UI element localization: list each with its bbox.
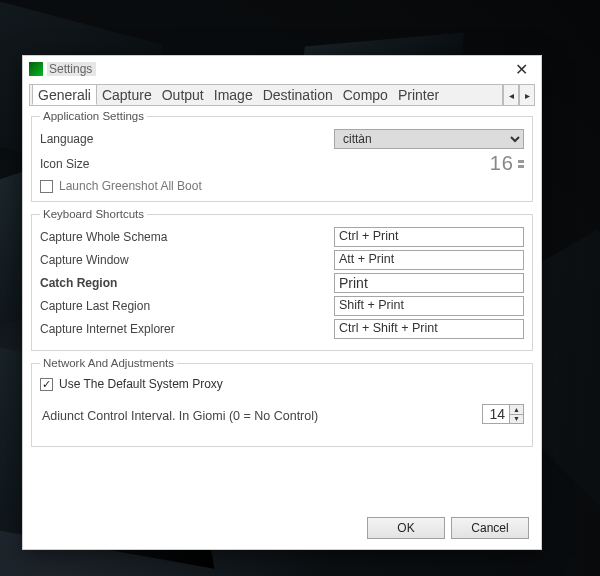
shortcut-input-whole[interactable]: Ctrl + Print — [334, 227, 524, 247]
icon-size-value: 16 — [490, 152, 514, 175]
app-icon — [29, 62, 43, 76]
desktop-background: Settings ✕ Generali Capture Output Image… — [0, 0, 600, 576]
tabs: Generali Capture Output Image Destinatio… — [29, 84, 535, 106]
shortcut-label: Capture Whole Schema — [40, 230, 210, 244]
shortcut-input-region[interactable]: Print — [334, 273, 524, 293]
titlebar: Settings ✕ — [23, 56, 541, 82]
shortcut-input-ie[interactable]: Ctrl + Shift + Print — [334, 319, 524, 339]
language-label: Language — [40, 132, 210, 146]
shortcut-label: Capture Internet Explorer — [40, 322, 210, 336]
icon-size-spinner[interactable] — [518, 160, 524, 168]
shortcut-input-window[interactable]: Att + Print — [334, 250, 524, 270]
application-settings-legend: Application Settings — [40, 110, 147, 122]
tab-strip: Generali Capture Output Image Destinatio… — [29, 84, 503, 106]
spinner-down-icon[interactable]: ▼ — [510, 415, 523, 424]
interval-spinner[interactable]: 14 ▲ ▼ — [482, 404, 524, 424]
tab-content: Application Settings Language cittàn Ico… — [23, 106, 541, 509]
close-icon: ✕ — [515, 60, 528, 79]
interval-value: 14 — [483, 405, 509, 423]
interval-label: Adiunct Control Interval. In Giomi (0 = … — [42, 409, 480, 423]
tab-scroll-left[interactable]: ◂ — [503, 84, 519, 106]
keyboard-shortcuts-legend: Keyboard Shortcuts — [40, 208, 147, 220]
tab-printer[interactable]: Printer — [393, 85, 444, 105]
tab-destination[interactable]: Destination — [258, 85, 338, 105]
tab-compo[interactable]: Compo — [338, 85, 393, 105]
dialog-buttons: OK Cancel — [23, 509, 541, 549]
icon-size-label: Icon Size — [40, 157, 210, 171]
tab-generali[interactable]: Generali — [32, 84, 97, 105]
tab-scroll-right[interactable]: ▸ — [519, 84, 535, 106]
application-settings-group: Application Settings Language cittàn Ico… — [31, 110, 533, 202]
network-group: Network And Adjustments ✓ Use The Defaul… — [31, 357, 533, 447]
language-select[interactable]: cittàn — [334, 129, 524, 149]
shortcut-input-last-region[interactable]: Shift + Print — [334, 296, 524, 316]
ok-button[interactable]: OK — [367, 517, 445, 539]
launch-at-boot-label: Launch Greenshot All Boot — [59, 179, 202, 193]
cancel-button[interactable]: Cancel — [451, 517, 529, 539]
network-legend: Network And Adjustments — [40, 357, 177, 369]
use-system-proxy-checkbox[interactable]: ✓ — [40, 378, 53, 391]
use-system-proxy-label: Use The Default System Proxy — [59, 377, 223, 391]
spinner-up-icon[interactable]: ▲ — [510, 405, 523, 415]
launch-at-boot-checkbox[interactable] — [40, 180, 53, 193]
shortcut-label: Capture Last Region — [40, 299, 210, 313]
tab-capture[interactable]: Capture — [97, 85, 157, 105]
shortcut-label: Capture Window — [40, 253, 210, 267]
tab-output[interactable]: Output — [157, 85, 209, 105]
close-button[interactable]: ✕ — [507, 59, 535, 79]
tab-image[interactable]: Image — [209, 85, 258, 105]
window-title: Settings — [47, 62, 96, 76]
keyboard-shortcuts-group: Keyboard Shortcuts Capture Whole Schema … — [31, 208, 533, 351]
shortcut-label: Catch Region — [40, 276, 210, 290]
settings-window: Settings ✕ Generali Capture Output Image… — [22, 55, 542, 550]
